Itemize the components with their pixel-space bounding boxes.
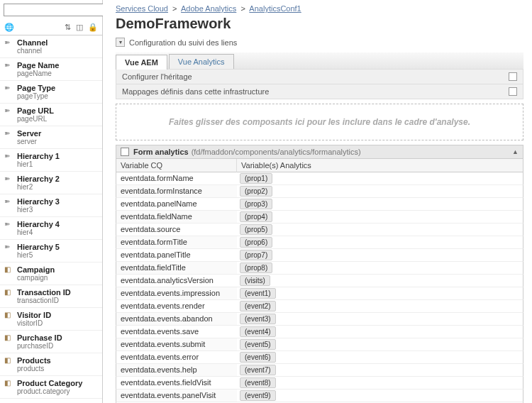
cell-analytics[interactable]: (prop1) [237,172,523,184]
analytics-chip[interactable]: (event3) [240,314,276,324]
variable-item[interactable]: Product Categoryproduct.category [0,376,102,399]
cell-analytics[interactable]: (prop3) [237,198,523,210]
analytics-chip[interactable]: (event1) [240,288,276,299]
analytics-chip[interactable]: (prop4) [240,211,272,222]
cell-analytics[interactable]: (visits) [237,275,523,287]
cell-analytics[interactable]: (prop8) [237,262,523,274]
variable-item[interactable]: Hierarchy 5hier5 [0,240,102,263]
variable-item[interactable]: Channelchannel [0,35,102,58]
cell-cq: eventdata.events.impression [116,287,237,299]
variable-label: Page Name [17,61,98,70]
checkbox-mappings[interactable] [509,87,517,96]
table-row: eventdata.fieldTitle(prop8) [116,262,523,275]
variable-sub: server [17,138,98,145]
breadcrumb-conf[interactable]: AnalyticsConf1 [249,4,301,13]
cell-analytics[interactable]: (prop4) [237,211,523,223]
variable-item[interactable]: Hierarchy 4hier4 [0,217,102,240]
breadcrumb: Services Cloud > Adobe Analytics > Analy… [116,4,523,13]
cell-analytics[interactable]: (event1) [237,287,523,299]
breadcrumb-adobe[interactable]: Adobe Analytics [181,4,236,13]
minimize-icon[interactable]: ◫ [76,23,83,31]
variable-item[interactable]: Serverserver [0,126,102,149]
analytics-chip[interactable]: (event6) [240,352,276,363]
table-row: eventdata.events.fieldVisit(event8) [116,377,523,390]
variable-label: Hierarchy 4 [17,220,98,228]
variable-item[interactable]: Hierarchy 1hier1 [0,149,102,172]
cell-analytics[interactable]: (event8) [237,377,523,389]
table-row: eventdata.events.error(event6) [116,351,523,364]
variable-sub: hier5 [17,251,98,259]
tab-vue-analytics[interactable]: Vue Analytics [169,54,234,69]
cell-cq: eventdata.events.abandon [116,313,237,325]
cell-analytics[interactable]: (event9) [237,390,523,402]
bar-mappings[interactable]: Mappages définis dans cette infrastructu… [116,84,523,99]
variable-label: Page URL [17,106,98,115]
analytics-chip[interactable]: (prop3) [240,199,272,209]
analytics-chip[interactable]: (event4) [240,326,276,337]
panel-icon [121,148,129,156]
collapse-icon[interactable]: ▲ [512,148,519,155]
variable-item[interactable]: Productsproducts [0,353,102,376]
analytics-chip[interactable]: (prop1) [240,173,272,184]
th-variable-cq: Variable CQ [116,159,237,172]
cell-analytics[interactable]: (event4) [237,326,523,338]
variable-label: Hierarchy 1 [17,152,98,160]
analytics-chip[interactable]: (visits) [240,275,270,286]
analytics-chip[interactable]: (prop8) [240,263,272,273]
variable-sub: hier3 [17,206,98,214]
search-input[interactable] [4,4,107,16]
collapse-toggle[interactable]: ▾ [116,38,125,47]
filter-icon[interactable]: ⇅ [65,23,71,31]
variable-item[interactable]: Page TypepageType [0,81,102,104]
variable-item[interactable]: Hierarchy 2hier2 [0,172,102,194]
variable-label: Visitor ID [17,311,98,319]
section-label: Configuration du suivi des liens [129,38,237,47]
analytics-chip[interactable]: (event2) [240,301,276,311]
checkbox-config[interactable] [509,72,517,81]
variable-item[interactable]: Product SKUproduct.sku [0,399,102,403]
variable-item[interactable]: Hierarchy 3hier3 [0,194,102,217]
bar-config-inherit[interactable]: Configurer l'héritage [116,69,523,84]
panel-path: (fd/fmaddon/components/analytics/formana… [192,148,361,156]
globe-icon[interactable]: 🌐 [4,23,14,32]
analytics-chip[interactable]: (prop5) [240,224,272,235]
analytics-chip[interactable]: (event7) [240,365,276,375]
table-row: eventdata.events.impression(event1) [116,287,523,300]
lock-icon[interactable]: 🔒 [88,23,98,31]
cell-cq: eventdata.events.error [116,351,237,363]
breadcrumb-services[interactable]: Services Cloud [116,4,168,13]
bar-mappings-label: Mappages définis dans cette infrastructu… [122,87,269,96]
cell-analytics[interactable]: (event7) [237,364,523,376]
variable-item[interactable]: Page NamepageName [0,58,102,81]
cell-cq: eventdata.panelName [116,198,237,210]
variable-item[interactable]: Page URLpageURL [0,104,102,126]
cell-cq: eventdata.formTitle [116,236,237,248]
cell-analytics[interactable]: (prop5) [237,223,523,236]
cell-analytics[interactable]: (prop2) [237,185,523,197]
analytics-chip[interactable]: (event8) [240,377,276,388]
cell-analytics[interactable]: (event5) [237,338,523,350]
tab-vue-aem[interactable]: Vue AEM [116,55,167,70]
cell-cq: eventdata.events.help [116,364,237,376]
cell-analytics[interactable]: (event6) [237,351,523,363]
variable-label: Product Category [17,379,98,387]
variable-sub: product.category [17,387,98,395]
dropzone[interactable]: Faites glisser des composants ici pour l… [116,104,523,140]
cell-analytics[interactable]: (prop7) [237,249,523,261]
analytics-chip[interactable]: (prop6) [240,237,272,248]
table-row: eventdata.events.help(event7) [116,364,523,377]
variable-item[interactable]: Purchase IDpurchaseID [0,331,102,353]
analytics-chip[interactable]: (prop7) [240,250,272,260]
variable-item[interactable]: Visitor IDvisitorID [0,308,102,331]
analytics-chip[interactable]: (event5) [240,339,276,350]
variable-item[interactable]: Campaigncampaign [0,263,102,285]
cell-cq: eventdata.fieldName [116,211,237,223]
variable-label: Products [17,356,98,365]
cell-analytics[interactable]: (event2) [237,300,523,312]
cell-analytics[interactable]: (prop6) [237,236,523,248]
analytics-chip[interactable]: (event9) [240,390,276,401]
variable-sub: pageType [17,92,98,100]
cell-analytics[interactable]: (event3) [237,313,523,325]
variable-item[interactable]: Transaction IDtransactionID [0,285,102,308]
analytics-chip[interactable]: (prop2) [240,186,272,197]
